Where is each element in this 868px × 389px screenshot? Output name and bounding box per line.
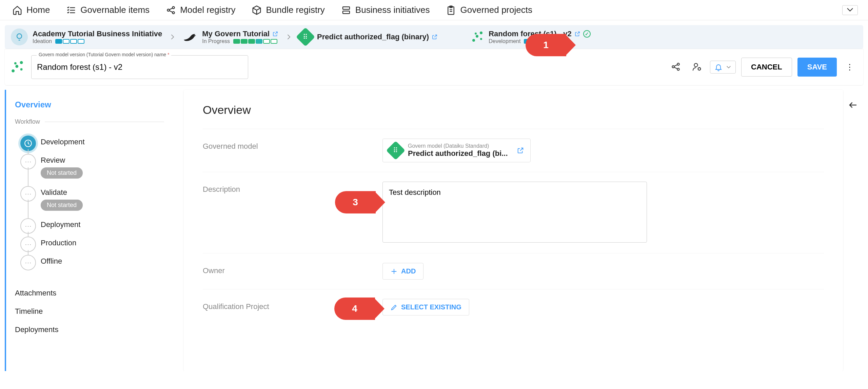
svg-point-7 [17,34,22,39]
dots-icon: ⋯ [20,186,36,202]
add-owner-button[interactable]: ADD [382,263,423,280]
dots-icon: ⋯ [20,154,36,169]
layers-icon [341,5,351,15]
breadcrumb: Academy Tutorial Business Initiative Ide… [5,25,863,49]
check-circle-icon: ✓ [583,30,591,38]
external-link-icon[interactable] [432,34,438,40]
workflow-item-production[interactable]: ⋯ Production [20,234,167,252]
workflow-item-validate[interactable]: ⋯ Validate Not started [20,183,167,216]
sidebar-timeline-link[interactable]: Timeline [12,302,167,321]
workflow-item-development[interactable]: Development [20,133,167,151]
dots-icon: ⋯ [20,255,36,270]
governed-model-card[interactable]: ⠿ Govern model (Dataiku Standard) Predic… [382,139,531,162]
breadcrumb-initiative-stage: Ideation [33,38,52,44]
breadcrumb-step-initiative[interactable]: Academy Tutorial Business Initiative Ide… [11,28,162,45]
breadcrumb-step-model[interactable]: ⠿ Predict authorized_flag (binary) [299,30,438,44]
lightbulb-icon [11,28,28,45]
name-input[interactable] [31,55,248,79]
notifications-dropdown[interactable] [710,61,736,74]
breadcrumb-initiative-title: Academy Tutorial Business Initiative [33,29,162,38]
nav-expand-chevron[interactable] [842,5,858,15]
arrow-left-icon[interactable] [848,100,858,110]
svg-point-14 [15,65,18,68]
name-field: Govern model version (Tutorial Govern mo… [31,55,248,79]
nav-model-registry[interactable]: Model registry [166,5,235,15]
scatter-icon [11,60,24,74]
nav-governed-projects-label: Governed projects [460,5,532,15]
svg-point-10 [480,32,482,34]
clipboard-icon [446,5,456,15]
clock-icon [20,136,36,151]
workflow-item-review[interactable]: ⋯ Review Not started [20,151,167,183]
nav-home-label: Home [26,5,50,15]
user-gear-icon-button[interactable] [689,59,705,76]
description-textarea[interactable] [382,182,647,243]
workflow-item-deployment[interactable]: ⋯ Deployment [20,216,167,234]
governed-model-name: Predict authorized_flag (bi... [408,149,508,158]
sidebar: Overview Workflow Development ⋯ Review N… [5,90,178,371]
chevron-right-icon [285,34,292,40]
callout-4: 4 [334,298,375,320]
cancel-button[interactable]: CANCEL [741,58,792,77]
workflow-item-offline[interactable]: ⋯ Offline [20,252,167,270]
row-qualification: Qualification Project 4 SELECT EXISTING [203,289,824,325]
breadcrumb-step-project[interactable]: My Govern Tutorial In Progress [182,29,278,44]
svg-point-11 [480,38,482,40]
graph-icon-button[interactable] [668,59,684,76]
kebab-menu[interactable]: ⋮ [842,62,857,72]
svg-point-15 [20,61,23,64]
workflow-list: Development ⋯ Review Not started ⋯ Valid… [20,133,167,270]
share-nodes-icon [671,62,681,72]
user-gear-icon [692,62,702,72]
nav-model-registry-label: Model registry [180,5,235,15]
top-nav: Home Governable items Model registry Bun… [0,0,868,20]
bird-icon [182,31,197,43]
save-button[interactable]: SAVE [797,58,837,77]
dots-icon: ⋯ [20,237,36,252]
svg-point-21 [694,63,698,67]
callout-3: 3 [335,191,376,213]
pencil-icon [390,304,398,311]
plus-icon [390,268,398,275]
breadcrumb-project-progress [233,39,277,44]
nav-governable[interactable]: Governable items [66,5,150,15]
external-link-icon[interactable] [272,31,278,37]
sidebar-attachments-link[interactable]: Attachments [12,284,167,302]
nav-business-initiatives-label: Business initiatives [355,5,430,15]
callout-1: 1 [526,34,566,56]
breadcrumb-model-title: Predict authorized_flag (binary) [317,33,429,41]
chevron-down-icon [846,7,854,12]
external-link-icon[interactable] [517,147,524,154]
breadcrumb-initiative-progress [55,39,84,44]
row-owner: Owner ADD [203,253,824,289]
select-existing-button[interactable]: SELECT EXISTING [382,299,469,315]
chevron-right-icon [169,34,176,40]
svg-rect-4 [343,11,350,14]
list-check-icon [66,5,76,15]
row-governed-model: Governed model ⠿ Govern model (Dataiku S… [203,129,824,172]
dots-icon: ⋯ [20,218,36,234]
nav-business-initiatives[interactable]: Business initiatives [341,5,430,15]
nav-bundle-registry[interactable]: Bundle registry [252,5,324,15]
cube-icon [252,5,262,15]
svg-point-17 [14,62,17,65]
breadcrumb-project-title: My Govern Tutorial [202,29,270,38]
status-badge: Not started [41,167,83,179]
scatter-icon [472,31,484,43]
sidebar-overview-link[interactable]: Overview [12,97,167,116]
svg-point-12 [475,33,477,35]
sidebar-deployments-link[interactable]: Deployments [12,321,167,339]
page-title: Overview [203,103,824,129]
title-row: Govern model version (Tutorial Govern mo… [5,49,863,85]
svg-point-16 [20,68,23,70]
nav-governed-projects[interactable]: Governed projects [446,5,532,15]
home-icon [12,5,22,15]
breadcrumb-version-stage: Development [489,38,520,44]
svg-point-9 [476,35,478,38]
chevron-down-icon [726,65,731,69]
svg-point-13 [12,69,15,73]
model-dice-icon: ⠿ [296,27,315,47]
nav-home[interactable]: Home [12,5,50,15]
svg-point-22 [698,67,701,70]
nav-governable-label: Governable items [80,5,150,15]
